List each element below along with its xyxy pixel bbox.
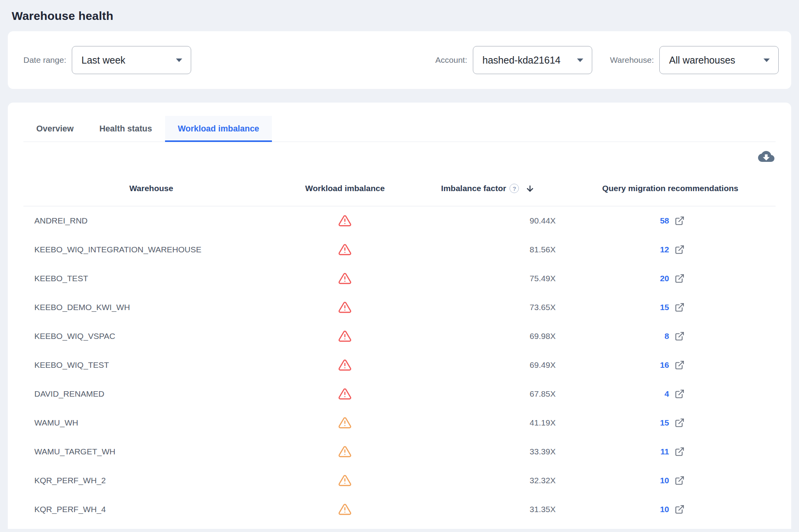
recommendation-count: 15 [656, 303, 669, 312]
warning-triangle-icon [338, 330, 352, 343]
filter-bar: Date range: Last week Account: hashed-kd… [8, 31, 791, 89]
external-link-icon [675, 331, 685, 341]
filter-right-group: Account: hashed-kda21614 Warehouse: All … [435, 46, 779, 74]
recommendation-count: 15 [656, 418, 669, 427]
warning-triangle-icon [338, 445, 352, 458]
download-button[interactable] [757, 147, 776, 166]
column-header-label: Imbalance factor [441, 184, 506, 193]
warning-triangle-icon [338, 243, 352, 256]
warning-triangle-icon [338, 214, 352, 227]
recommendation-count: 20 [656, 274, 669, 283]
sort-descending-icon [526, 184, 534, 193]
imbalance-factor-value: 81.56X [411, 245, 565, 254]
warehouse-label: Warehouse: [610, 55, 654, 65]
account-filter: Account: hashed-kda21614 [435, 46, 592, 74]
imbalance-factor-value: 69.49X [411, 360, 565, 370]
imbalance-factor-value: 31.35X [411, 505, 565, 514]
query-migration-recommendations-link[interactable]: 10 [565, 475, 776, 486]
warehouse-health-page: Warehouse health Date range: Last week A… [0, 0, 799, 532]
imbalance-factor-value: 33.39X [411, 447, 565, 456]
table-toolbar [8, 142, 791, 171]
query-migration-recommendations-link[interactable]: 12 [565, 245, 776, 255]
warehouse-filter: Warehouse: All warehouses [610, 46, 779, 74]
account-label: Account: [435, 55, 467, 65]
warehouse-name: ANDREI_RND [23, 216, 279, 225]
query-migration-recommendations-link[interactable]: 58 [565, 216, 776, 226]
workload-imbalance-cell [279, 272, 411, 285]
date-range-label: Date range: [23, 55, 66, 65]
tab-bar: OverviewHealth statusWorkload imbalance [23, 116, 776, 142]
tab-workload-imbalance[interactable]: Workload imbalance [165, 116, 272, 142]
recommendation-count: 10 [656, 505, 669, 514]
query-migration-recommendations-link[interactable]: 20 [565, 273, 776, 284]
warehouse-value: All warehouses [669, 55, 735, 66]
recommendation-count: 8 [656, 332, 669, 341]
query-migration-recommendations-link[interactable]: 4 [565, 389, 776, 399]
tab-overview[interactable]: Overview [23, 116, 87, 142]
query-migration-recommendations-link[interactable]: 15 [565, 302, 776, 312]
warehouse-name: KEEBO_WIQ_INTEGRATION_WAREHOUSE [23, 245, 279, 254]
table-row: KEEBO_WIQ_TEST 69.49X 16 [23, 351, 776, 379]
workload-imbalance-cell [279, 214, 411, 227]
warehouse-name: WAMU_TARGET_WH [23, 447, 279, 456]
table-row: KEEBO_TEST 75.49X 20 [23, 264, 776, 293]
workload-imbalance-cell [279, 416, 411, 429]
recommendation-count: 12 [656, 245, 669, 254]
warning-triangle-icon [338, 387, 352, 401]
account-value: hashed-kda21614 [483, 55, 561, 66]
external-link-icon [675, 302, 685, 312]
date-range-filter: Date range: Last week [23, 46, 191, 74]
cloud-download-icon [758, 148, 774, 165]
external-link-icon [675, 475, 685, 486]
warehouse-select[interactable]: All warehouses [659, 46, 779, 74]
recommendation-count: 10 [656, 476, 669, 485]
account-select[interactable]: hashed-kda21614 [473, 46, 592, 74]
external-link-icon [675, 418, 685, 428]
warning-triangle-icon [338, 272, 352, 285]
column-header-query-migration-recommendations: Query migration recommendations [565, 184, 776, 193]
external-link-icon [675, 447, 685, 457]
table-body: ANDREI_RND 90.44X 58 KEEBO_WIQ_INTEGRATI… [8, 206, 791, 524]
page-title: Warehouse health [0, 0, 799, 23]
query-migration-recommendations-link[interactable]: 15 [565, 418, 776, 428]
chevron-down-icon [577, 59, 583, 62]
external-link-icon [675, 273, 685, 284]
table-row: KEEBO_WIQ_INTEGRATION_WAREHOUSE 81.56X 1… [23, 235, 776, 264]
workload-imbalance-cell [279, 503, 411, 516]
external-link-icon [675, 360, 685, 370]
imbalance-factor-value: 67.85X [411, 389, 565, 399]
column-header-workload-imbalance: Workload imbalance [279, 184, 411, 193]
query-migration-recommendations-link[interactable]: 16 [565, 360, 776, 370]
workload-imbalance-cell [279, 243, 411, 256]
external-link-icon [675, 389, 685, 399]
external-link-icon [675, 245, 685, 255]
recommendation-count: 4 [656, 389, 669, 399]
warning-triangle-icon [338, 416, 352, 429]
imbalance-factor-value: 41.19X [411, 418, 565, 427]
warning-triangle-icon [338, 503, 352, 516]
warning-triangle-icon [338, 474, 352, 487]
help-icon[interactable]: ? [510, 184, 519, 193]
query-migration-recommendations-link[interactable]: 10 [565, 504, 776, 514]
table-row: KQR_PERF_WH_2 32.32X 10 [23, 466, 776, 495]
workload-imbalance-cell [279, 358, 411, 372]
warehouse-name: KQR_PERF_WH_2 [23, 476, 279, 485]
workload-imbalance-cell [279, 445, 411, 458]
workload-imbalance-cell [279, 330, 411, 343]
date-range-select[interactable]: Last week [72, 46, 191, 74]
warehouse-name: KQR_PERF_WH_4 [23, 505, 279, 514]
imbalance-factor-value: 73.65X [411, 303, 565, 312]
date-range-value: Last week [82, 55, 126, 66]
table-row: KEEBO_WIQ_VSPAC 69.98X 8 [23, 322, 776, 351]
column-header-imbalance-factor[interactable]: Imbalance factor ? [411, 184, 565, 193]
workload-imbalance-cell [279, 301, 411, 314]
query-migration-recommendations-link[interactable]: 11 [565, 447, 776, 457]
column-header-warehouse: Warehouse [23, 184, 279, 193]
tab-health-status[interactable]: Health status [87, 116, 165, 142]
external-link-icon [675, 504, 685, 514]
table-row: ANDREI_RND 90.44X 58 [23, 206, 776, 235]
query-migration-recommendations-link[interactable]: 8 [565, 331, 776, 341]
recommendation-count: 58 [656, 216, 669, 225]
imbalance-factor-value: 90.44X [411, 216, 565, 225]
warehouse-health-panel: OverviewHealth statusWorkload imbalance … [8, 103, 791, 529]
